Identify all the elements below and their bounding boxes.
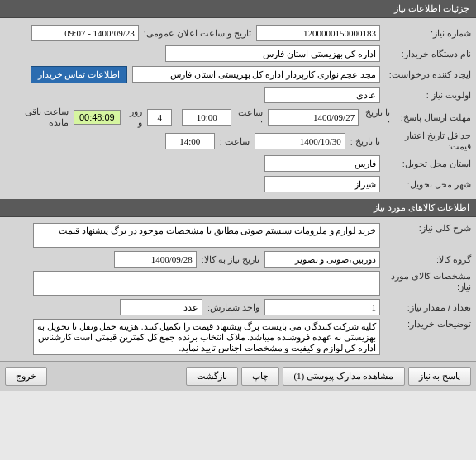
- buyer-contact-button[interactable]: اطلاعات تماس خریدار: [31, 66, 128, 83]
- label-to-date-1: تا تاریخ :: [364, 107, 390, 128]
- buyer-notes-textarea[interactable]: [33, 319, 380, 355]
- days-remaining-input[interactable]: [147, 109, 172, 126]
- label-time-remain: ساعت باقی مانده: [10, 107, 69, 128]
- label-general-desc: شرح کلی نیاز:: [380, 223, 471, 234]
- label-specs: مشخصات کالای مورد نیاز:: [380, 271, 471, 292]
- specs-textarea[interactable]: [33, 271, 380, 296]
- countdown-timer: 00:48:09: [74, 110, 121, 125]
- label-need-date: تاریخ نیاز به کالا:: [202, 254, 259, 265]
- label-group: گروه کالا:: [380, 254, 471, 265]
- back-button[interactable]: بازگشت: [186, 367, 238, 386]
- label-need-no: شماره نیاز:: [380, 28, 471, 39]
- label-qty: تعداد / مقدار نیاز:: [380, 302, 471, 313]
- label-unit: واحد شمارش:: [207, 302, 259, 313]
- valid-time-input[interactable]: [165, 133, 215, 149]
- attachments-button[interactable]: مشاهده مدارک پیوستی (1): [283, 367, 404, 386]
- unit-input[interactable]: [120, 299, 202, 315]
- label-buyer-org: نام دستگاه خریدار:: [380, 49, 471, 59]
- delivery-city-input[interactable]: [264, 176, 380, 192]
- footer-toolbar: پاسخ به نیاز مشاهده مدارک پیوستی (1) چاپ…: [0, 361, 476, 391]
- need-details-form: شماره نیاز: تاریخ و ساعت اعلان عمومی: نا…: [0, 18, 476, 199]
- label-delivery-city: شهر محل تحویل:: [380, 179, 471, 190]
- reply-button[interactable]: پاسخ به نیاز: [408, 367, 472, 386]
- group-input[interactable]: [264, 251, 380, 268]
- section-header-need-details: جزئیات اطلاعات نیاز: [0, 0, 476, 18]
- label-delivery-province: استان محل تحویل:: [380, 159, 471, 169]
- need-no-input[interactable]: [256, 25, 380, 41]
- delivery-province-input[interactable]: [264, 155, 380, 172]
- deadline-date-input[interactable]: [268, 109, 359, 126]
- label-public-datetime: تاریخ و ساعت اعلان عمومی:: [144, 28, 251, 39]
- label-time-1: ساعت :: [236, 107, 263, 128]
- label-valid-until: حداقل تاریخ اعتبار قیمت:: [380, 130, 471, 152]
- goods-info-form: شرح کلی نیاز: گروه کالا: تاریخ نیاز به ک…: [0, 217, 476, 361]
- public-datetime-input[interactable]: [31, 25, 139, 41]
- label-to-date-2: تا تاریخ :: [350, 136, 380, 147]
- buyer-org-input[interactable]: [165, 45, 380, 62]
- valid-date-input[interactable]: [255, 133, 345, 149]
- general-desc-textarea[interactable]: [33, 223, 380, 248]
- label-creator: ایجاد کننده درخواست:: [380, 69, 471, 80]
- label-days-and: روز و: [126, 107, 142, 128]
- label-time-2: ساعت :: [220, 136, 250, 147]
- label-priority: اولویت نیاز :: [380, 90, 471, 101]
- label-reply-deadline: مهلت ارسال پاسخ:: [390, 112, 471, 123]
- need-date-input[interactable]: [114, 251, 197, 268]
- print-button[interactable]: چاپ: [241, 367, 279, 386]
- qty-input[interactable]: [264, 299, 380, 315]
- section-header-goods-info: اطلاعات کالاهای مورد نیاز: [0, 199, 476, 217]
- priority-input[interactable]: [264, 87, 380, 103]
- deadline-time-input[interactable]: [182, 109, 231, 126]
- exit-button[interactable]: خروج: [5, 367, 47, 386]
- label-buyer-notes: توضیحات خریدار:: [380, 319, 471, 330]
- creator-input[interactable]: [132, 66, 380, 83]
